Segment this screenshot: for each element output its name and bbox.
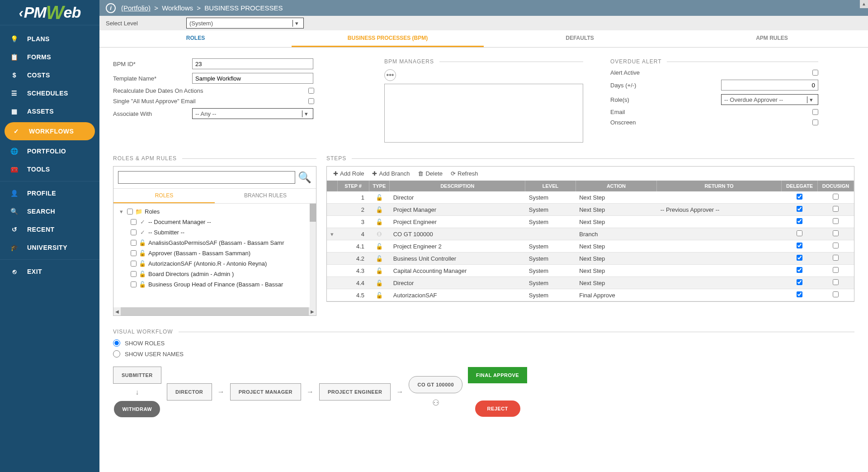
select-level-dropdown[interactable]: (System) ▾	[186, 18, 304, 29]
sidebar-item-plans[interactable]: 💡PLANS	[0, 30, 99, 48]
alert-active-checkbox[interactable]	[812, 70, 818, 76]
sidebar-item-forms[interactable]: 📋FORMS	[0, 48, 99, 66]
roles-vscroll[interactable]	[310, 204, 316, 307]
alert-onscreen-checkbox[interactable]	[812, 119, 818, 125]
tree-checkbox[interactable]	[127, 209, 133, 215]
table-row[interactable]: 3🔓Project EngineerSystemNext Step	[327, 216, 854, 228]
node-reject[interactable]: REJECT	[475, 400, 520, 417]
search-icon[interactable]: 🔍	[298, 171, 311, 184]
expand-icon[interactable]	[327, 265, 337, 277]
table-row[interactable]: ▾4⚇CO GT 100000Branch	[327, 228, 854, 240]
node-submitter[interactable]: SUBMITTER	[113, 367, 161, 384]
docusign-checkbox[interactable]	[833, 291, 839, 297]
scroll-left-icon[interactable]: ◀	[113, 309, 121, 314]
alert-roles-dropdown[interactable]: -- Overdue Approver --▾	[721, 94, 818, 105]
tree-item[interactable]: 🔓Board Directors (admin - Admin )	[118, 269, 311, 279]
tree-root[interactable]: ▾ 📁 Roles	[118, 206, 311, 217]
docusign-checkbox[interactable]	[833, 194, 839, 200]
sidebar-item-assets[interactable]: ▦ASSETS	[0, 102, 99, 120]
info-icon[interactable]: i	[106, 3, 116, 13]
delegate-checkbox[interactable]	[797, 206, 802, 212]
node-director[interactable]: DIRECTOR	[167, 383, 212, 400]
delete-button[interactable]: 🗑Delete	[418, 170, 443, 177]
tree-item[interactable]: ✓-- Submitter --	[118, 227, 311, 238]
recalc-checkbox[interactable]	[308, 88, 314, 94]
alert-days-input[interactable]	[721, 80, 818, 91]
roles-hscroll[interactable]: ◀ ▶	[113, 307, 316, 315]
tree-item[interactable]: ✓-- Document Manager --	[118, 217, 311, 227]
expand-icon[interactable]	[327, 240, 337, 253]
tree-item[interactable]: 🔓AutorizacionSAF (Antonio.R - Antonio Re…	[118, 258, 311, 269]
scroll-right-icon[interactable]: ▶	[309, 309, 316, 314]
associate-dropdown[interactable]: -- Any -- ▾	[192, 108, 313, 119]
node-pm[interactable]: PROJECT MANAGER	[230, 383, 301, 400]
collapse-icon[interactable]: ▾	[118, 208, 124, 215]
alert-email-checkbox[interactable]	[812, 109, 818, 115]
delegate-checkbox[interactable]	[797, 267, 802, 273]
sidebar-item-profile[interactable]: 👤PROFILE	[0, 184, 99, 202]
managers-list[interactable]	[384, 84, 583, 143]
tree-checkbox[interactable]	[131, 229, 137, 235]
tree-item[interactable]: 🔓Approver (Bassam - Bassam Samman)	[118, 248, 311, 258]
tree-checkbox[interactable]	[131, 271, 137, 277]
managers-more-button[interactable]: •••	[384, 69, 396, 81]
show-users-radio[interactable]	[113, 350, 120, 358]
delegate-checkbox[interactable]	[797, 291, 802, 297]
tree-item[interactable]: 🔓AnalisisGastoPermisoSAF (Bassam - Bassa…	[118, 238, 311, 248]
docusign-checkbox[interactable]	[833, 279, 839, 285]
sidebar-item-workflows[interactable]: ✓WORKFLOWS	[5, 122, 95, 140]
expand-icon[interactable]	[327, 253, 337, 265]
refresh-button[interactable]: ⟳Refresh	[451, 170, 478, 177]
delegate-checkbox[interactable]	[797, 243, 802, 248]
table-row[interactable]: 4.1🔓Project Engineer 2SystemNext Step	[327, 240, 854, 253]
expand-icon[interactable]	[327, 289, 337, 301]
docusign-checkbox[interactable]	[833, 243, 839, 248]
table-row[interactable]: 1🔓DirectorSystemNext Step	[327, 191, 854, 204]
sidebar-item-schedules[interactable]: ☰SCHEDULES	[0, 84, 99, 102]
bpm-id-input[interactable]	[192, 58, 313, 69]
roles-tree[interactable]: ▾ 📁 Roles ✓-- Document Manager --✓-- Sub…	[113, 203, 316, 307]
node-withdraw[interactable]: WITHDRAW	[114, 401, 160, 417]
roles-tab[interactable]: ROLES	[113, 189, 215, 203]
tree-checkbox[interactable]	[131, 219, 137, 225]
expand-icon[interactable]: ▾	[327, 228, 337, 240]
sidebar-item-recent[interactable]: ↺RECENT	[0, 220, 99, 238]
docusign-checkbox[interactable]	[833, 267, 839, 273]
roles-search-input[interactable]	[118, 171, 295, 184]
tab-defaults[interactable]: DEFAULTS	[484, 30, 676, 47]
node-final-approve[interactable]: FINAL APPROVE	[468, 367, 527, 383]
docusign-checkbox[interactable]	[833, 230, 839, 236]
delegate-checkbox[interactable]	[797, 230, 802, 236]
tab-bpm[interactable]: BUSINESS PROCESSES (BPM)	[292, 30, 484, 47]
sidebar-item-costs[interactable]: $COSTS	[0, 66, 99, 84]
single-email-checkbox[interactable]	[308, 98, 314, 104]
sidebar-item-search[interactable]: 🔍SEARCH	[0, 202, 99, 220]
tree-checkbox[interactable]	[131, 281, 137, 287]
delegate-checkbox[interactable]	[797, 194, 802, 200]
tree-checkbox[interactable]	[131, 250, 137, 256]
sidebar-item-university[interactable]: 🎓UNIVERSITY	[0, 238, 99, 257]
tree-item[interactable]: 🔓Business Group Head of Finance (Bassam …	[118, 279, 311, 290]
template-name-input[interactable]	[192, 73, 313, 84]
expand-icon[interactable]	[327, 191, 337, 204]
table-row[interactable]: 4.3🔓Capital Accounting ManagerSystemNext…	[327, 265, 854, 277]
sidebar-item-exit[interactable]: ⎋EXIT	[0, 262, 99, 281]
scroll-up-icon[interactable]: ▲	[860, 0, 868, 8]
delegate-checkbox[interactable]	[797, 218, 802, 224]
branch-rules-tab[interactable]: BRANCH RULES	[215, 189, 316, 203]
sidebar-item-portfolio[interactable]: 🌐PORTFOLIO	[0, 142, 99, 160]
expand-icon[interactable]	[327, 277, 337, 289]
table-row[interactable]: 4.2🔓Business Unit ControllerSystemNext S…	[327, 253, 854, 265]
node-co[interactable]: CO GT 100000	[409, 376, 462, 393]
expand-icon[interactable]	[327, 216, 337, 228]
delegate-checkbox[interactable]	[797, 255, 802, 261]
table-row[interactable]: 2🔓Project ManagerSystemNext Step-- Previ…	[327, 204, 854, 216]
expand-icon[interactable]	[327, 204, 337, 216]
node-pe[interactable]: PROJECT ENGINEER	[319, 383, 391, 400]
sidebar-item-tools[interactable]: 🧰TOOLS	[0, 160, 99, 178]
tree-checkbox[interactable]	[131, 261, 137, 267]
add-role-button[interactable]: ✚Add Role	[333, 170, 364, 177]
tab-roles[interactable]: ROLES	[99, 30, 292, 47]
table-row[interactable]: 4.4🔓DirectorSystemNext Step	[327, 277, 854, 289]
docusign-checkbox[interactable]	[833, 218, 839, 224]
